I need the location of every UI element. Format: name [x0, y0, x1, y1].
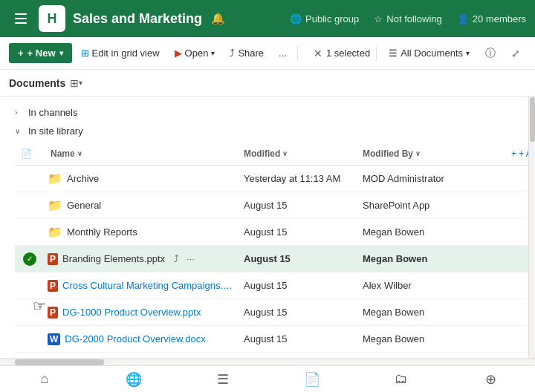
hamburger-menu-button[interactable] — [9, 7, 33, 30]
open-button[interactable]: ▶ Open ▾ — [169, 44, 221, 62]
top-header: H Sales and Marketing 🔔 🌐 Public group ☆… — [0, 0, 535, 37]
home-icon: ⌂ — [41, 371, 49, 387]
share-icon: ⤴ — [230, 48, 235, 59]
modified-by-col-label: Modified By — [363, 148, 413, 159]
tree-section: › In channels ∨ In site library — [0, 97, 535, 143]
globe-icon: 🌐 — [290, 13, 302, 24]
all-docs-label: All Documents — [401, 48, 463, 59]
nav-doc[interactable]: 📄 — [294, 368, 330, 391]
table-row[interactable]: W DG-2000 Product Overview.docx August 1… — [15, 326, 535, 353]
row-name-cell[interactable]: W DG-2000 Product Overview.docx — [45, 333, 238, 345]
row-modified-by-cell: Alex Wilber — [357, 280, 505, 291]
h-scrollbar-thumb[interactable] — [15, 359, 104, 365]
row-modified-by-cell: SharePoint App — [357, 200, 505, 211]
table-row[interactable]: ✓ P Branding Elements.pptx ⤴ ··· August … — [15, 246, 535, 272]
grid-nav-icon: 🗂 — [395, 371, 408, 387]
not-following-label: Not following — [386, 13, 441, 24]
row-modified-cell: August 15 — [238, 307, 357, 318]
hamburger-icon — [15, 13, 27, 24]
horizontal-scrollbar[interactable] — [0, 358, 535, 365]
edit-grid-icon: ⊞ — [81, 48, 89, 59]
row-name-cell[interactable]: 📁 Archive — [45, 172, 238, 186]
nav-grid[interactable]: 🗂 — [383, 368, 419, 391]
file-name: Branding Elements.pptx — [62, 253, 165, 264]
col-header-modified-by[interactable]: Modified By ∨ — [357, 146, 505, 162]
view-switch-icon[interactable]: ⊞ — [70, 77, 79, 89]
public-group-item[interactable]: 🌐 Public group — [290, 13, 359, 24]
share-button[interactable]: ⤴ Share — [224, 44, 270, 62]
expand-icon: ⤢ — [511, 48, 520, 59]
table-row[interactable]: 📁 Monthly Reports August 15 Megan Bowen — [15, 219, 535, 246]
vertical-scrollbar[interactable] — [528, 97, 535, 358]
plus-col-icon: + — [511, 148, 516, 159]
all-documents-button[interactable]: ☰ All Documents ▾ — [383, 44, 476, 62]
file-name: DG-2000 Product Overview.docx — [65, 333, 205, 344]
app-icon: H — [39, 5, 65, 32]
col-header-modified[interactable]: Modified ∨ — [238, 146, 357, 162]
notification-icon[interactable]: 🔔 — [211, 12, 225, 25]
nav-list[interactable]: ☰ — [205, 368, 241, 391]
view-chevron-icon[interactable]: ▾ — [79, 79, 82, 87]
row-name-cell[interactable]: 📁 General — [45, 198, 238, 212]
row-name-cell[interactable]: P Branding Elements.pptx ⤴ ··· — [45, 253, 238, 265]
file-list-header: 📄 Name ∨ Modified ∨ Modified By ∨ + + Ad… — [15, 143, 535, 166]
modified-col-label: Modified — [244, 148, 280, 159]
in-site-library-label: In site library — [28, 125, 83, 137]
not-following-item[interactable]: ☆ Not following — [374, 13, 441, 24]
info-button[interactable]: ⓘ — [480, 43, 501, 64]
nav-web[interactable]: 🌐 — [116, 368, 152, 391]
content-area: › In channels ∨ In site library 📄 Name ∨ — [0, 97, 535, 358]
col-header-checkbox: 📄 — [15, 146, 45, 162]
table-row[interactable]: 📁 Archive Yesterday at 11:13 AM MOD Admi… — [15, 166, 535, 192]
in-channels-item[interactable]: › In channels — [9, 104, 526, 121]
col-header-name[interactable]: Name ∨ — [45, 146, 238, 162]
expand-button[interactable]: ⤢ — [505, 43, 526, 64]
row-share-icon[interactable]: ⤴ — [174, 253, 179, 264]
members-item[interactable]: 👤 20 members — [457, 13, 526, 24]
row-name-cell[interactable]: P Cross Cultural Marketing Campaigns.ppt… — [45, 280, 238, 292]
deselect-button[interactable]: ✕ — [314, 48, 322, 59]
open-icon: ▶ — [175, 48, 182, 59]
list-icon: ☰ — [389, 48, 398, 59]
in-site-library-item[interactable]: ∨ In site library — [9, 122, 526, 140]
pptx-icon: P — [48, 280, 58, 292]
nav-add[interactable]: ⊕ — [473, 368, 508, 391]
table-row[interactable]: 📁 General August 15 SharePoint App — [15, 192, 535, 219]
cmd-divider — [297, 46, 298, 61]
row-modified-cell: Yesterday at 11:13 AM — [238, 173, 357, 184]
file-name: General — [67, 200, 101, 211]
open-chevron-icon: ▾ — [211, 49, 215, 57]
table-row[interactable]: P DG-1000 Product Overview.pptx August 1… — [15, 299, 535, 326]
docx-icon: W — [48, 333, 60, 345]
edit-grid-label: Edit in grid view — [92, 48, 160, 59]
folder-icon: 📁 — [48, 225, 62, 239]
pptx-icon: P — [48, 253, 58, 265]
edit-grid-button[interactable]: ⊞ Edit in grid view — [75, 44, 166, 62]
row-more-icon[interactable]: ··· — [187, 253, 195, 264]
add-nav-icon: ⊕ — [485, 371, 496, 388]
more-button[interactable]: ... — [273, 44, 293, 62]
sort-icon: ∨ — [77, 150, 82, 157]
table-row[interactable]: P Cross Cultural Marketing Campaigns.ppt… — [15, 272, 535, 299]
documents-title: Documents — [9, 77, 65, 89]
cmd-divider-2 — [376, 46, 377, 61]
open-label: Open — [185, 48, 209, 59]
globe-nav-icon: 🌐 — [126, 371, 142, 388]
bottom-nav: ⌂ 🌐 ☰ 📄 🗂 ⊕ — [0, 365, 535, 392]
selected-count-label: 1 selected — [326, 48, 370, 59]
scrollbar-thumb[interactable] — [530, 97, 535, 142]
row-modified-cell: August 15 — [238, 226, 357, 238]
nav-home[interactable]: ⌂ — [27, 368, 62, 391]
list-nav-icon: ☰ — [217, 371, 229, 388]
row-modified-by-cell: MOD Administrator — [357, 173, 505, 184]
public-group-label: Public group — [305, 13, 359, 24]
person-icon: 👤 — [457, 13, 469, 24]
row-modified-by-cell: Megan Bowen — [357, 253, 505, 264]
row-name-cell[interactable]: 📁 Monthly Reports — [45, 225, 238, 239]
chevron-down-icon: ▾ — [59, 49, 63, 57]
header-right: 🌐 Public group ☆ Not following 👤 20 memb… — [290, 13, 526, 24]
main-area: › In channels ∨ In site library 📄 Name ∨ — [0, 97, 535, 358]
row-name-cell[interactable]: P DG-1000 Product Overview.pptx — [45, 307, 238, 318]
new-button[interactable]: + + New ▾ — [9, 43, 72, 63]
row-checkbox-cell[interactable]: ✓ — [15, 252, 45, 266]
